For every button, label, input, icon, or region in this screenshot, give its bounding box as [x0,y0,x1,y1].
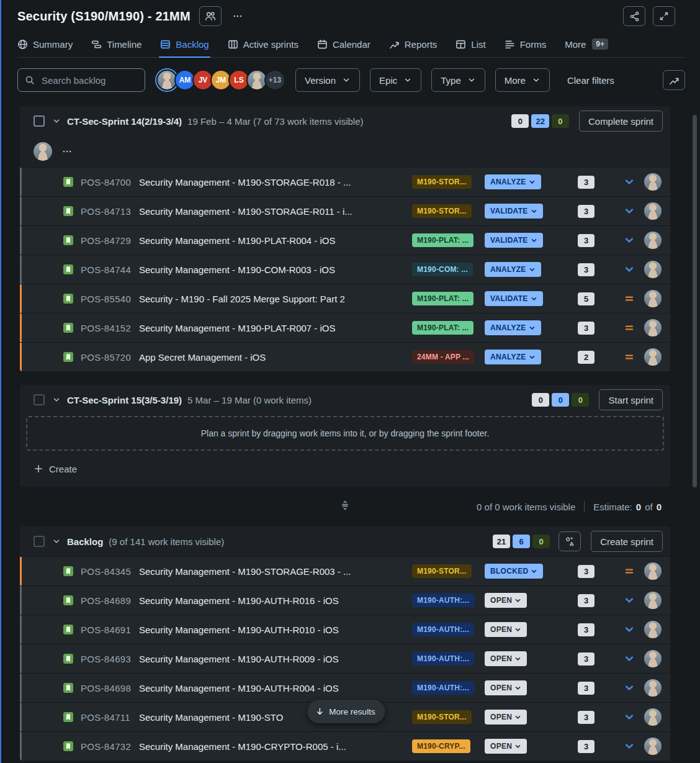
story-points-badge[interactable]: 3 [578,176,595,189]
assignee-avatar[interactable] [644,290,662,307]
issue-title[interactable]: Security Management - M190-PLAT-R004 - i… [139,235,407,246]
epic-tag[interactable]: M190-AUTH:... [412,652,474,666]
issue-title[interactable]: Security Management - M190-STORAGE-R011 … [139,206,407,217]
issue-row[interactable]: POS-84744Security Management - M190-COM-… [20,255,670,284]
status-dropdown[interactable]: OPEN [485,739,527,754]
tab-active-sprints[interactable]: Active sprints [228,31,298,57]
status-dropdown[interactable]: ANALYZE [485,174,541,189]
create-issue-button[interactable]: Create [20,451,670,487]
start-sprint-button[interactable]: Start sprint [599,389,663,410]
search-input[interactable] [40,74,138,86]
vertical-scrollbar[interactable] [693,115,697,487]
search-backlog[interactable] [17,68,145,92]
status-dropdown[interactable]: OPEN [485,622,527,637]
story-points-badge[interactable]: 5 [578,292,595,305]
assignee-avatar[interactable] [644,650,662,667]
issue-title[interactable]: Security Management - M190-AUTH-R010 - i… [139,625,407,635]
story-points-badge[interactable]: 3 [578,740,595,753]
epic-tag[interactable]: M190-STOR... [412,175,472,189]
people-button[interactable] [199,6,222,26]
status-dropdown[interactable]: ANALYZE [485,320,541,335]
issue-title[interactable]: Security Management - M190-CRYPTO-R005 -… [139,741,407,752]
project-more-button[interactable] [233,11,243,21]
collapse-sprint-button[interactable] [52,117,61,125]
epic-tag[interactable]: 24MM - APP ... [412,350,474,364]
drag-handle[interactable] [339,500,351,513]
status-dropdown[interactable]: OPEN [485,710,527,725]
story-points-badge[interactable]: 3 [578,322,595,335]
epic-tag[interactable]: M190-AUTH:... [412,681,474,695]
shapes-button[interactable] [559,531,581,551]
tab-summary[interactable]: Summary [17,31,73,57]
issue-row[interactable]: POS-85540Security - M190 - Fall 2025 Mer… [20,284,670,313]
issue-row[interactable]: POS-84689Security Management - M190-AUTH… [20,585,670,615]
status-dropdown[interactable]: OPEN [485,680,527,695]
share-button[interactable] [623,6,645,26]
issue-title[interactable]: Security Management - M190-AUTH-R004 - i… [139,683,407,693]
version-filter-dropdown[interactable]: Version [295,68,360,92]
issue-title[interactable]: Security Management - M190-AUTH-R016 - i… [139,595,407,606]
issue-title[interactable]: Security Management - M190-STORAGE-R003 … [139,566,407,577]
story-points-badge[interactable]: 2 [578,351,595,364]
assignee-avatar[interactable] [644,621,662,638]
epic-tag[interactable]: M190-COM: ... [412,263,473,276]
story-points-badge[interactable]: 3 [578,205,595,218]
epic-tag[interactable]: M190-CRYP... [412,739,470,753]
story-points-badge[interactable]: 3 [578,234,595,247]
swimlane-more-icon[interactable] [62,147,72,156]
issue-title[interactable]: Security Management - M190-PLAT-R007 - i… [139,323,407,333]
epic-tag[interactable]: M190-AUTH:... [412,623,474,636]
status-dropdown[interactable]: VALIDATE [485,233,543,248]
sprint-select-checkbox[interactable] [34,115,45,127]
issue-row[interactable]: POS-84691Security Management - M190-AUTH… [20,615,670,644]
story-points-badge[interactable]: 3 [578,682,595,695]
assignee-avatar[interactable] [644,348,662,366]
type-filter-dropdown[interactable]: Type [431,68,485,92]
sprint-select-checkbox[interactable] [34,394,45,405]
more-results-button[interactable]: More results [307,700,385,723]
tab-more[interactable]: More9+ [565,31,608,57]
assignee-avatar[interactable] [644,708,662,726]
epic-tag[interactable]: M190-STOR... [412,710,472,724]
sprint-name[interactable]: CT-Sec-Sprint 15(3/5-3/19) [67,395,182,405]
backlog-name[interactable]: Backlog [67,536,103,547]
assignee-avatar[interactable] [644,319,662,336]
tab-list[interactable]: List [455,31,485,57]
issue-row[interactable]: POS-84732Security Management - M190-CRYP… [20,731,670,761]
swimlane-avatar[interactable] [34,142,52,161]
issue-row[interactable]: POS-84700Security Management - M190-STOR… [20,167,670,196]
epic-tag[interactable]: M190-AUTH:... [412,594,474,607]
complete-sprint-button[interactable]: Complete sprint [579,111,663,132]
issue-row[interactable]: POS-84729Security Management - M190-PLAT… [20,225,670,255]
epic-tag[interactable]: M190-STOR... [412,204,472,218]
issue-title[interactable]: App Secret Management - iOS [139,352,407,363]
tab-reports[interactable]: Reports [389,31,437,57]
sprint-name[interactable]: CT-Sec-Sprint 14(2/19-3/4) [67,116,182,127]
story-points-badge[interactable]: 3 [578,652,595,666]
tab-timeline[interactable]: Timeline [91,31,141,57]
clear-filters-button[interactable]: Clear filters [563,74,618,86]
assignee-avatar[interactable] [644,202,662,220]
issue-title[interactable]: Security Management - M190-COM-R003 - iO… [139,264,407,275]
status-dropdown[interactable]: VALIDATE [485,204,543,219]
story-points-badge[interactable]: 3 [578,594,595,607]
status-dropdown[interactable]: VALIDATE [485,291,543,306]
status-dropdown[interactable]: ANALYZE [485,262,541,277]
issue-title[interactable]: Security - M190 - Fall 2025 Merge Suppor… [139,294,407,304]
status-dropdown[interactable]: BLOCKED [485,564,543,579]
collapse-backlog-button[interactable] [52,537,61,546]
assignee-avatar[interactable] [644,738,662,755]
epic-filter-dropdown[interactable]: Epic [370,68,421,92]
collapse-sprint-button[interactable] [52,395,61,404]
assignee-avatar[interactable] [644,173,662,191]
status-dropdown[interactable]: OPEN [485,593,527,608]
status-dropdown[interactable]: OPEN [485,651,527,666]
avatar-overflow-count[interactable]: +13 [264,70,285,91]
issue-row[interactable]: POS-85720App Secret Management - iOS24MM… [20,342,670,371]
create-sprint-button[interactable]: Create sprint [591,531,663,552]
story-points-badge[interactable]: 3 [578,711,595,724]
epic-tag[interactable]: M190-PLAT: ... [412,321,473,335]
story-points-badge[interactable]: 3 [578,263,595,276]
assignee-avatar[interactable] [644,232,662,249]
tab-backlog[interactable]: Backlog [160,31,209,57]
